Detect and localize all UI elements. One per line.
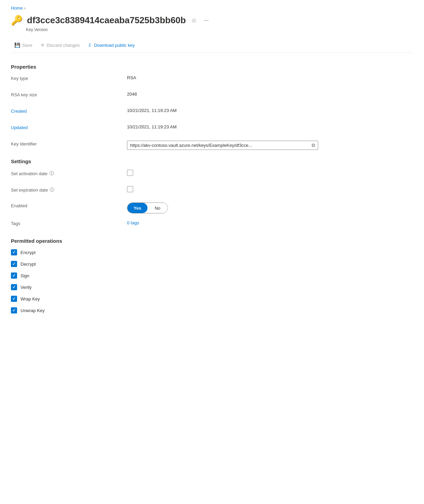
key-type-row: Key type RSA (11, 75, 413, 85)
title-row: 🔑 df3cce3c8389414caeaba7525b3bb60b ☆ ··· (11, 15, 413, 26)
operation-label: Sign (20, 273, 29, 278)
operation-checkbox-wrap-key[interactable] (11, 296, 17, 302)
activation-date-checkbox[interactable] (127, 170, 133, 176)
enabled-label: Enabled (11, 202, 127, 208)
permitted-operations-title: Permitted operations (11, 238, 413, 244)
expiration-date-row: Set expiration date ⓘ (11, 186, 413, 196)
tags-value: 0 tags (127, 220, 413, 225)
save-icon: 💾 (14, 42, 20, 48)
created-value: 10/21/2021, 11:19:23 AM (127, 108, 413, 113)
toggle-no-option[interactable]: No (147, 203, 168, 213)
expiration-date-checkbox-container (127, 186, 413, 192)
key-identifier-value: https://akv-contoso.vault.azure.net/keys… (127, 141, 413, 150)
key-identifier-label: Key Identifier (11, 141, 127, 146)
breadcrumb-chevron: › (24, 6, 26, 11)
tags-link[interactable]: 0 tags (127, 220, 139, 225)
operation-checkbox-decrypt[interactable] (11, 261, 17, 267)
key-identifier-text: https://akv-contoso.vault.azure.net/keys… (130, 143, 310, 148)
rsa-key-size-value: 2048 (127, 92, 413, 97)
activation-date-label: Set activation date ⓘ (11, 170, 127, 177)
pin-icon[interactable]: ☆ (190, 15, 198, 26)
operations-list: EncryptDecryptSignVerifyWrap KeyUnwrap K… (11, 249, 413, 313)
operation-checkbox-verify[interactable] (11, 284, 17, 290)
operation-label: Wrap Key (20, 296, 40, 302)
expiration-date-checkbox[interactable] (127, 186, 133, 192)
updated-row: Updated 10/21/2021, 11:19:23 AM (11, 124, 413, 134)
rsa-key-size-row: RSA key size 2048 (11, 92, 413, 101)
breadcrumb: Home › (11, 5, 413, 11)
operation-row: Unwrap Key (11, 307, 413, 313)
more-options-icon[interactable]: ··· (202, 15, 210, 25)
key-type-label: Key type (11, 75, 127, 81)
operation-label: Decrypt (20, 262, 36, 267)
copy-icon[interactable]: ⧉ (312, 142, 315, 148)
page-title: df3cce3c8389414caeaba7525b3bb60b (27, 15, 186, 26)
operation-label: Unwrap Key (20, 308, 45, 313)
content: Properties Key type RSA RSA key size 204… (11, 61, 413, 322)
expiration-date-info-icon: ⓘ (50, 187, 54, 193)
operation-row: Decrypt (11, 261, 413, 267)
key-type-value: RSA (127, 75, 413, 80)
created-label: Created (11, 108, 127, 114)
download-icon: ⇩ (88, 42, 92, 48)
discard-changes-button[interactable]: ✕ Discard changes (37, 40, 83, 50)
download-public-key-button[interactable]: ⇩ Download public key (84, 40, 138, 50)
expiration-date-label: Set expiration date ⓘ (11, 186, 127, 193)
enabled-toggle-container: Yes No (127, 202, 413, 213)
settings-section-title: Settings (11, 158, 413, 164)
properties-section-title: Properties (11, 64, 413, 70)
key-icon: 🔑 (11, 15, 23, 26)
enabled-row: Enabled Yes No (11, 202, 413, 213)
enabled-toggle[interactable]: Yes No (127, 202, 168, 213)
toggle-yes-option[interactable]: Yes (127, 203, 147, 213)
operation-row: Verify (11, 284, 413, 290)
created-row: Created 10/21/2021, 11:19:23 AM (11, 108, 413, 117)
operation-checkbox-encrypt[interactable] (11, 249, 17, 255)
updated-label: Updated (11, 124, 127, 130)
operation-label: Encrypt (20, 250, 36, 255)
breadcrumb-home-link[interactable]: Home (11, 5, 23, 11)
tags-label: Tags (11, 220, 127, 226)
toolbar: 💾 Save ✕ Discard changes ⇩ Download publ… (11, 38, 413, 53)
page-subtitle: Key Version (26, 27, 413, 32)
settings-section: Settings Set activation date ⓘ Set expir… (11, 158, 413, 230)
operation-row: Sign (11, 272, 413, 279)
operation-label: Verify (20, 285, 32, 290)
updated-value: 10/21/2021, 11:19:23 AM (127, 124, 413, 129)
key-identifier-row: Key Identifier https://akv-contoso.vault… (11, 141, 413, 150)
save-button[interactable]: 💾 Save (11, 40, 36, 50)
discard-icon: ✕ (41, 42, 45, 48)
tags-row: Tags 0 tags (11, 220, 413, 230)
activation-date-checkbox-container (127, 170, 413, 176)
permitted-operations-section: Permitted operations EncryptDecryptSignV… (11, 238, 413, 313)
activation-date-info-icon: ⓘ (50, 170, 54, 177)
key-identifier-box: https://akv-contoso.vault.azure.net/keys… (127, 141, 318, 150)
operation-checkbox-unwrap-key[interactable] (11, 307, 17, 313)
activation-date-row: Set activation date ⓘ (11, 170, 413, 179)
operation-checkbox-sign[interactable] (11, 272, 17, 279)
operation-row: Encrypt (11, 249, 413, 255)
operation-row: Wrap Key (11, 296, 413, 302)
rsa-key-size-label: RSA key size (11, 92, 127, 97)
